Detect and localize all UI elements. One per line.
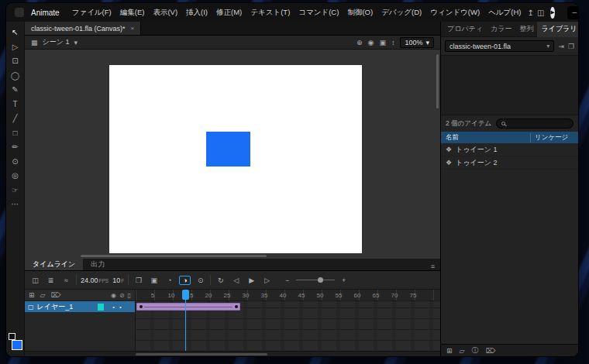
scene-chevron-icon[interactable]: ▾ [74,39,78,46]
pencil-tool[interactable]: ✏ [9,142,22,152]
step-forward-icon[interactable]: ▷ [261,276,273,284]
h-scrollbar-handle[interactable] [81,255,267,257]
text-tool[interactable]: T [9,99,22,109]
library-item-tween-2[interactable]: ❖ トゥイーン 2 [441,156,578,170]
graph-editor-icon[interactable]: ≈ [60,276,72,284]
item-properties-icon[interactable]: ⓘ [471,345,478,355]
stage-canvas[interactable] [109,65,362,253]
frame-view-slider[interactable]: − + [281,276,350,284]
stage-vertical-scrollbar[interactable] [436,51,439,252]
keyframe-start-dot[interactable] [140,305,143,308]
slider-track[interactable] [296,280,335,280]
slider-knob[interactable] [318,277,323,283]
frame-rate-display[interactable]: 24.00 FPS [81,276,108,284]
edit-multiple-frames-icon[interactable]: ⊙ [195,276,206,284]
rectangle-tool[interactable]: □ [9,128,22,138]
zoom-in-frames-icon[interactable]: + [338,276,350,284]
pin-library-icon[interactable]: ⇥ [558,43,564,50]
menu-window[interactable]: ウィンドウ(W) [430,8,480,18]
layer-visibility-lock-dots[interactable]: •• [107,304,132,311]
free-transform-tool[interactable]: ⊡ [9,56,22,66]
frames-grid[interactable] [136,301,440,351]
library-item-tween-1[interactable]: ❖ トゥイーン 1 [441,143,578,156]
document-tab-close-icon[interactable]: × [131,25,135,32]
insert-keyframe-icon[interactable]: ▣ [148,276,160,284]
menu-file[interactable]: ファイル(F) [72,8,112,18]
zoom-tool[interactable]: ◎ [9,170,22,180]
keyframe-end-dot[interactable] [235,305,238,308]
timeline-panel-menu-icon[interactable]: ≡ [425,263,440,270]
add-folder-icon[interactable]: ▱ [40,291,46,299]
v-scrollbar-handle[interactable] [436,54,439,108]
add-layer-icon[interactable]: ⊞ [29,291,35,299]
tab-timeline[interactable]: タイムライン [25,258,83,270]
quick-publish-button[interactable]: ▶ [550,7,554,19]
column-linkage[interactable]: リンケージ [530,133,578,143]
line-tool[interactable]: ╱ [9,113,22,123]
lasso-tool[interactable]: ◯ [9,70,22,81]
zoom-stepper-icon[interactable]: ↕ [391,39,395,46]
hand-tool[interactable]: ☞ [9,185,22,195]
fill-color-chip[interactable] [12,340,22,350]
layer-color-chip[interactable] [98,304,104,311]
selection-tool[interactable]: ↖ [9,27,22,37]
rotation-icon[interactable]: ◉ [368,39,374,46]
menu-edit[interactable]: 編集(E) [120,8,145,18]
insert-frame-icon[interactable]: ❒ [133,276,144,284]
menu-view[interactable]: 表示(V) [153,8,177,18]
menu-commands[interactable]: コマンド(C) [298,8,339,18]
menu-debug[interactable]: デバッグ(D) [381,8,422,18]
center-stage-icon[interactable]: ⊕ [356,39,363,46]
menu-insert[interactable]: 挿入(I) [186,8,208,18]
show-hide-all-icon[interactable]: ◉ [111,292,116,299]
document-tab[interactable]: classic-tween-01.fla (Canvas)* × [25,22,141,35]
column-name[interactable]: 名前 [441,133,530,143]
new-symbol-icon[interactable]: ⊞ [446,347,453,355]
new-folder-icon[interactable]: ▱ [460,347,465,355]
tab-output[interactable]: 出力 [83,258,112,270]
lock-all-icon[interactable]: ⊘ [119,292,125,299]
paint-bucket-tool[interactable]: ⊙ [9,156,22,167]
layer-row[interactable]: ▢ レイヤー_1 •• [25,301,135,312]
timeline-scrollbar-handle[interactable] [136,353,267,355]
menu-control[interactable]: 制御(O) [347,8,373,18]
library-document-select[interactable]: classic-tween-01.fla ▾ [445,40,554,52]
library-search-input[interactable] [496,118,574,129]
menu-text[interactable]: テキスト(T) [250,8,290,18]
loop-icon[interactable]: ↻ [215,276,226,284]
layer-name[interactable]: レイヤー_1 [37,302,74,312]
pen-tool[interactable]: ✎ [9,84,22,94]
onion-skin-icon[interactable]: ◔ [164,276,175,284]
menu-help[interactable]: ヘルプ(H) [488,8,521,18]
timeline-scrollbar[interactable] [25,351,440,356]
playhead-handle[interactable] [182,290,189,300]
clip-content-icon[interactable]: ▣ [379,39,386,46]
more-tools-icon[interactable]: ⋯ [9,199,22,209]
outline-all-icon[interactable]: ▯ [128,292,131,299]
camera-icon[interactable]: ◫ [29,276,41,284]
minimize-button[interactable]: ─ [568,7,578,19]
stage-object-blue-rectangle[interactable] [206,132,250,167]
tab-properties[interactable]: プロパティ [443,22,487,37]
share-icon[interactable]: ↥ [528,9,534,17]
layer-depth-icon[interactable]: ≣ [45,276,57,284]
zoom-level-select[interactable]: 100% ▾ [400,37,434,48]
subselection-tool[interactable]: ▷ [9,42,22,52]
delete-item-icon[interactable]: ⌦ [485,347,495,355]
scene-name[interactable]: シーン 1 [43,37,70,47]
step-back-icon[interactable]: ◁ [230,276,242,284]
current-frame-display[interactable]: 10 F [112,276,124,284]
tab-color[interactable]: カラー [487,22,515,37]
new-library-panel-icon[interactable]: ❐ [568,43,574,50]
tab-library[interactable]: ライブラリ [537,22,578,37]
tab-align[interactable]: 整列 [515,22,537,37]
frame-ruler[interactable]: 5 10 15 20 25 30 35 40 45 50 55 60 65 70 [136,290,440,300]
stage-area[interactable] [25,50,440,259]
workspace-icon[interactable]: ◫ [537,9,544,17]
zoom-out-frames-icon[interactable]: − [281,276,293,284]
stroke-color-chip[interactable] [9,333,16,340]
playhead[interactable] [182,290,189,351]
delete-layer-icon[interactable]: ⌦ [50,291,60,299]
stage-horizontal-scrollbar[interactable] [25,255,436,258]
play-icon[interactable]: ▶ [246,276,257,284]
